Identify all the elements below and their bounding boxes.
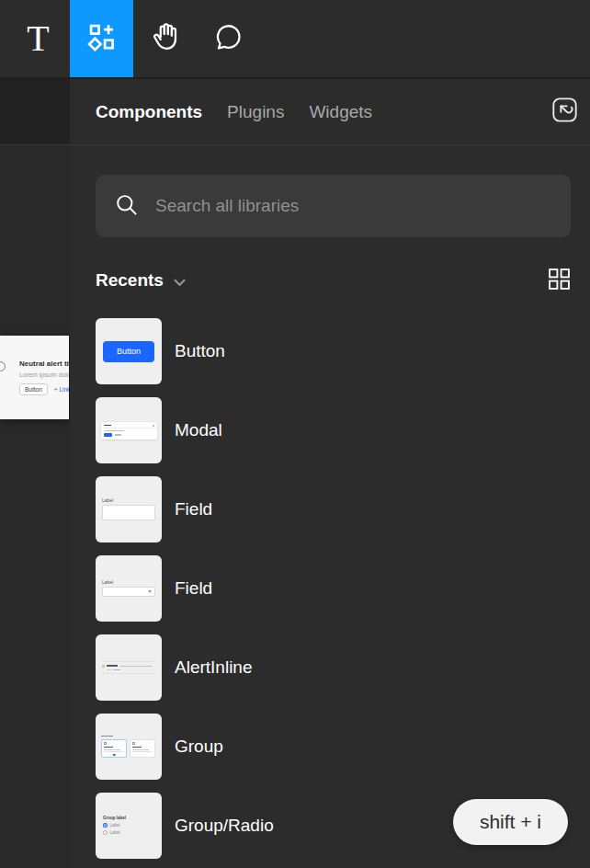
alert-actions: Button + Link text (19, 383, 69, 395)
toolbar: T (0, 0, 590, 79)
list-item-field-select[interactable]: Label Field (96, 555, 571, 622)
grid-view-icon (548, 268, 571, 294)
hand-tool-button[interactable] (133, 0, 197, 77)
thumb-modal-mock (101, 422, 157, 440)
list-item-button[interactable]: Button Button (96, 318, 571, 384)
assets-tool-button[interactable] (70, 0, 133, 77)
item-label: Button (175, 341, 225, 361)
item-label: Group/Radio (175, 816, 274, 836)
list-item-alertinline[interactable]: AlertInline (96, 634, 571, 701)
search-bar[interactable] (96, 175, 571, 237)
panel-header: Components Plugins Widgets (70, 79, 590, 145)
chevron-down-icon[interactable] (174, 274, 186, 291)
grid-view-button[interactable] (547, 268, 571, 292)
list-item-field-input[interactable]: Label Field (96, 476, 571, 542)
alert-link[interactable]: + Link text (54, 386, 69, 393)
thumb-select-mock: Label (102, 580, 155, 597)
hand-icon (149, 20, 182, 57)
panel-body: Recents (70, 175, 590, 859)
popout-icon (550, 96, 579, 128)
alertinline-thumbnail (96, 634, 162, 701)
item-label: Field (175, 578, 212, 599)
info-icon (0, 361, 6, 371)
text-tool-button[interactable]: T (6, 0, 70, 77)
comment-icon (213, 21, 244, 56)
canvas-lower-region (0, 145, 70, 868)
recents-title: Recents (96, 270, 164, 291)
radio-unselected-icon (103, 830, 108, 835)
shortcut-hint-badge: shift + i (453, 799, 568, 845)
group-radio-thumbnail: Group label Label Label (96, 793, 162, 859)
canvas-alert-component[interactable]: Neutral alert title Lorem ipsum dolor am… (0, 336, 69, 419)
alert-button[interactable]: Button (19, 383, 48, 395)
canvas-upper-region (0, 79, 70, 144)
alert-body-text: Lorem ipsum dolor amet conseq (19, 371, 69, 378)
item-label: Field (175, 499, 212, 520)
panel-tabs: Components Plugins Widgets (96, 102, 550, 122)
list-item-modal[interactable]: Modal (96, 397, 571, 463)
thumb-button-chip: Button (103, 341, 154, 362)
canvas-area[interactable]: Neutral alert title Lorem ipsum dolor am… (0, 79, 70, 868)
modal-thumbnail (96, 397, 162, 463)
text-tool-icon: T (27, 20, 49, 57)
collapse-panel-button[interactable] (550, 97, 579, 127)
search-icon (114, 192, 139, 221)
item-label: Modal (175, 420, 222, 440)
comment-tool-button[interactable] (197, 0, 260, 77)
component-list: Button Button Modal Label (96, 318, 571, 859)
item-label: AlertInline (175, 657, 253, 678)
tab-widgets[interactable]: Widgets (309, 102, 372, 122)
thumb-alert-mock (102, 661, 155, 674)
recents-header: Recents (96, 268, 571, 292)
assets-icon (86, 21, 118, 56)
thumb-field-mock: Label (102, 498, 155, 520)
alert-title: Neutral alert title (19, 360, 69, 368)
list-item-group[interactable]: Group (96, 714, 571, 780)
group-thumbnail (96, 714, 162, 780)
item-label: Group (175, 737, 223, 757)
radio-selected-icon (103, 823, 108, 828)
thumb-radio-mock: Group label Label Label (103, 817, 154, 836)
thumb-group-mock (101, 736, 156, 759)
field-select-thumbnail: Label (96, 555, 162, 622)
components-panel: Components Plugins Widgets (70, 79, 590, 868)
tab-plugins[interactable]: Plugins (227, 102, 284, 122)
tab-components[interactable]: Components (96, 102, 202, 122)
search-input[interactable] (155, 196, 552, 216)
button-thumbnail: Button (96, 318, 162, 384)
caret-down-icon (148, 590, 152, 593)
field-input-thumbnail: Label (96, 476, 162, 542)
